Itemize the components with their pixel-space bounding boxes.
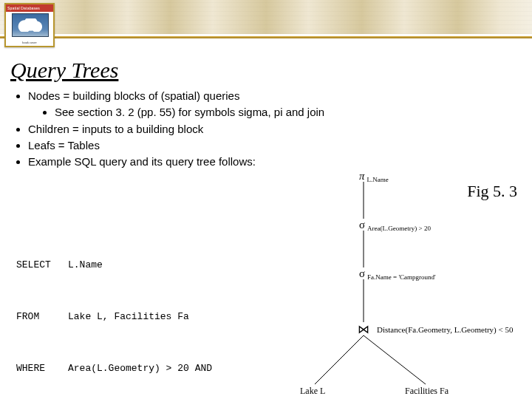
sql-block: SELECTL.Name FROMLake L, Facilities Fa W… <box>16 222 287 399</box>
logo-tile: Spatial Databases book cover <box>4 3 55 47</box>
bullet-leafs: Leafs = Tables <box>28 138 502 153</box>
sql-keyword-select: SELECT <box>16 256 68 273</box>
node-join: ⋈ <box>358 322 369 336</box>
sql-keyword-where: WHERE <box>16 360 68 377</box>
node-sigma-area: σ Area(L.Geometry) > 20 <box>359 219 431 232</box>
logo-cloud <box>17 18 42 32</box>
edge-join-right <box>364 335 426 384</box>
logo-top-text: Spatial Databases <box>7 4 40 12</box>
sql-where-line-1: WHEREArea(L.Geometry) > 20 AND <box>16 360 287 377</box>
sigma-symbol: σ <box>359 219 365 231</box>
tree-edges <box>281 171 532 399</box>
slide: Spatial Databases book cover Query Trees… <box>0 0 532 399</box>
banner <box>0 0 532 38</box>
join-condition: Distance(Fa.Geometry, L.Geometry) < 50 <box>377 325 514 334</box>
leaf-facilities: Facilities Fa <box>405 386 449 397</box>
bullet-text: See section 3. 2 (pp. 55) for symbols si… <box>55 106 324 118</box>
bullet-example: Example SQL query and its query tree fol… <box>28 154 502 169</box>
bullet-text: Leafs = Tables <box>28 139 100 151</box>
sigma1-subscript: Area(L.Geometry) > 20 <box>367 225 431 232</box>
node-sigma-name: σ Fa.Name = 'Campground' <box>359 267 436 281</box>
node-pi: π L.Name <box>359 170 389 183</box>
leaf-lake: Lake L <box>300 386 325 397</box>
bullet-list: Nodes = building blocks of (spatial) que… <box>15 87 502 171</box>
edge-join-left <box>315 335 364 384</box>
bullet-text: Children = inputs to a building block <box>28 123 203 135</box>
sql-from-tables: Lake L, Facilities Fa <box>68 308 189 325</box>
join-symbol: ⋈ <box>358 323 369 335</box>
sigma-symbol: σ <box>359 267 365 279</box>
logo-cloud-box <box>12 13 49 37</box>
bullet-children: Children = inputs to a building block <box>28 122 502 137</box>
sigma2-subscript: Fa.Name = 'Campground' <box>367 273 436 281</box>
logo-caption: book cover <box>6 41 53 44</box>
pi-symbol: π <box>359 170 365 182</box>
bullet-text: Nodes = building blocks of (spatial) que… <box>28 89 239 102</box>
pi-subscript: L.Name <box>367 176 389 183</box>
bullet-see-section: See section 3. 2 (pp. 55) for symbols si… <box>55 105 502 120</box>
sql-from-line: FROMLake L, Facilities Fa <box>16 308 287 325</box>
sql-where-1: Area(L.Geometry) > 20 AND <box>68 360 212 377</box>
banner-underline <box>0 36 532 38</box>
query-tree: π L.Name σ Area(L.Geometry) > 20 σ Fa.Na… <box>281 171 532 399</box>
page-title: Query Trees <box>10 58 118 83</box>
sql-select-cols: L.Name <box>68 256 103 273</box>
sql-keyword-from: FROM <box>16 308 68 325</box>
banner-background <box>0 0 532 34</box>
bullet-nodes: Nodes = building blocks of (spatial) que… <box>28 89 502 120</box>
bullet-text: Example SQL query and its query tree fol… <box>28 155 256 168</box>
sql-select-line: SELECTL.Name <box>16 256 287 273</box>
